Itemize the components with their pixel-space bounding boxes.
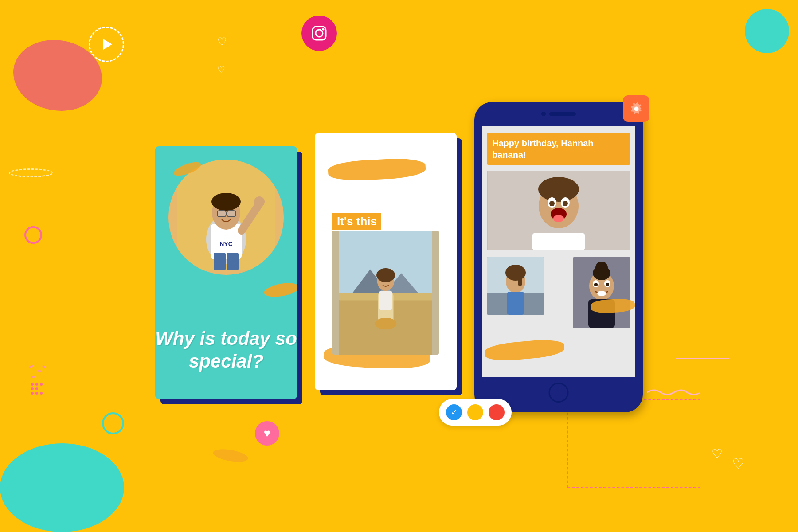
svg-point-52 [594,283,598,286]
phone-frame: Happy birthday, Hannah banana! [474,102,643,412]
swatch-yellow[interactable] [467,404,483,420]
phone-photo-grid [482,171,635,377]
svg-rect-12 [227,211,236,217]
heart-decoration-small: ♡ [217,64,225,75]
svg-point-25 [376,268,395,282]
phone-screen-content: Happy birthday, Hannah banana! [482,126,635,377]
svg-rect-36 [532,233,585,250]
svg-rect-57 [31,376,36,378]
phone-photo-top [487,171,630,250]
svg-point-53 [606,283,609,286]
color-swatches-panel: ✓ [439,399,512,426]
phone-screen: Happy birthday, Hannah banana! [482,126,635,377]
phone-speaker [549,112,576,116]
svg-rect-56 [38,369,43,372]
brush-stroke-card1 [263,281,297,299]
phone-photo-bottom-left [487,257,544,315]
phone-screen-brush [484,338,565,363]
svg-point-34 [549,201,555,206]
card-2: It's this sweet pea's birthday! [315,133,457,390]
svg-text:NYC: NYC [219,240,233,247]
card-1: NYC [155,146,297,399]
svg-point-10 [254,196,265,207]
settings-badge [623,95,649,122]
svg-rect-14 [214,253,226,270]
card-1-photo-circle: NYC [168,160,284,275]
svg-rect-43 [507,292,524,315]
card-1-background: NYC [155,146,297,399]
swatch-checkmark[interactable]: ✓ [446,404,462,420]
phone-camera-dot [541,112,546,116]
card-3-phone: Happy birthday, Hannah banana! [474,102,643,412]
zigzag-decoration [647,386,700,399]
svg-point-49 [597,291,606,296]
card-1-question-text: Why is today so special? [155,328,297,372]
card-2-background: It's this sweet pea's birthday! [315,133,457,390]
svg-point-8 [211,193,241,211]
svg-point-41 [505,265,526,281]
svg-rect-11 [217,211,226,217]
pink-marks-decoration [27,364,53,381]
main-container: NYC [0,0,798,532]
svg-rect-15 [227,253,239,270]
svg-rect-42 [518,273,522,286]
svg-rect-23 [379,291,392,310]
svg-point-35 [563,201,568,206]
person-illustration-1: NYC [177,160,275,275]
svg-point-22 [375,318,397,329]
phone-photo-bottom-right [573,257,630,328]
card-2-photo [332,231,439,355]
phone-home-button [549,383,569,403]
swatch-red[interactable] [489,404,505,420]
card-1-person: NYC [168,160,284,275]
svg-rect-58 [42,365,46,368]
phone-camera [541,112,576,116]
card-2-brush-top [328,157,426,182]
svg-point-29 [538,177,579,202]
phone-birthday-text: Happy birthday, Hannah banana! [487,133,630,165]
heart-bottom-right-large: ♡ [732,455,745,472]
svg-point-31 [553,215,564,222]
svg-rect-55 [29,365,34,368]
card-2-text-line1: It's this [332,213,381,230]
svg-point-48 [595,262,608,274]
